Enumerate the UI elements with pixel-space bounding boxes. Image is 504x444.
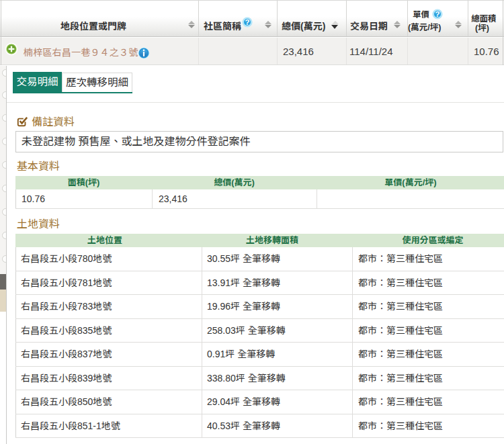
svg-text:?: ? <box>245 18 249 26</box>
svg-text:?: ? <box>435 10 439 18</box>
